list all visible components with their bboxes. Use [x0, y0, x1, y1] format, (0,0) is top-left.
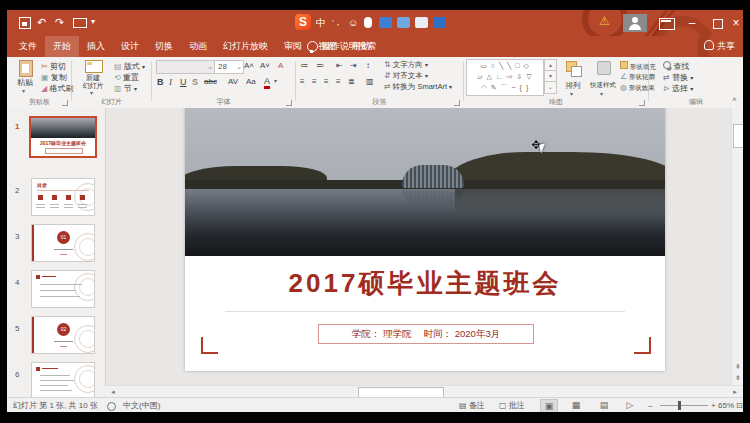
dialog-launcher-icon[interactable] [639, 100, 645, 106]
shrink-font-icon[interactable]: A˅ [260, 61, 270, 70]
italic-button[interactable]: I [169, 77, 172, 87]
user-avatar[interactable] [623, 14, 647, 32]
slide-thumbnail-4[interactable] [31, 270, 95, 308]
ime-keyboard-icon[interactable] [379, 17, 392, 28]
undo-icon[interactable]: ↶ [37, 15, 46, 29]
find-button[interactable]: 查找 [663, 61, 689, 72]
minimize-button[interactable]: – [679, 10, 705, 36]
dialog-launcher-icon[interactable] [62, 100, 68, 106]
restore-button[interactable] [705, 10, 731, 36]
select-button[interactable]: ⊳ 选择 ▾ [663, 83, 693, 94]
slide-thumbnail-5[interactable]: 02 [31, 316, 95, 354]
ime-emoji-icon[interactable]: ☺ [348, 16, 358, 30]
customize-qat-icon[interactable]: ▾ [91, 15, 95, 29]
ime-toolbox-icon[interactable] [433, 17, 446, 28]
font-size-combo[interactable]: 28⌄ [214, 60, 244, 74]
strikethrough-button[interactable]: abc [204, 77, 217, 86]
dialog-launcher-icon[interactable] [286, 100, 292, 106]
line-spacing-icon[interactable]: ↕ [366, 61, 370, 70]
slide-thumbnail-1[interactable]: 2017硕毕业主题班会 [29, 116, 97, 158]
convert-smartart-button[interactable]: ⇄ 转换为 SmartArt ▾ [384, 82, 452, 92]
tab-file[interactable]: 文件 [11, 36, 45, 57]
zoom-level[interactable]: 65% [718, 398, 734, 412]
fit-to-window-icon[interactable]: ⊡ [736, 398, 743, 412]
align-text-button[interactable]: ⇵ 对齐文本 ▾ [384, 71, 428, 81]
save-icon[interactable] [19, 17, 31, 29]
change-case-icon[interactable]: Aa [246, 77, 256, 86]
next-slide-icon[interactable]: ⇟ [732, 372, 743, 384]
accessibility-icon[interactable] [107, 402, 116, 411]
slide-thumbnail-2[interactable]: 目录 [31, 178, 95, 216]
slide-canvas[interactable]: 2017硕毕业主题班会 学院： 理学院 时间： 2020年3月 [185, 108, 665, 371]
justify-icon[interactable]: ≡ [336, 77, 341, 86]
text-shadow-button[interactable]: S [192, 77, 198, 87]
clear-formatting-icon[interactable]: A [278, 61, 283, 70]
scroll-down-icon[interactable] [732, 348, 743, 360]
normal-view-button[interactable]: ▣ [540, 399, 558, 412]
numbering-icon[interactable]: ≕ [316, 61, 324, 70]
zoom-slider-track[interactable] [660, 405, 708, 406]
dialog-launcher-icon[interactable] [454, 100, 460, 106]
slideshow-view-button[interactable]: ▷ [622, 399, 638, 412]
shapes-more-icon[interactable]: ⌄ [544, 81, 557, 94]
tab-transitions[interactable]: 切换 [147, 36, 181, 57]
share-button[interactable]: 共享 [704, 36, 735, 57]
bullets-icon[interactable]: ≔ [300, 61, 308, 70]
align-left-icon[interactable]: ≡ [300, 77, 305, 86]
slide-title[interactable]: 2017硕毕业主题班会 [185, 266, 665, 301]
horizontal-scrollbar[interactable]: ◂ ▸ [105, 385, 743, 397]
align-right-icon[interactable]: ≡ [324, 77, 329, 86]
slide-sorter-view-button[interactable]: ▦ [568, 399, 584, 412]
close-button[interactable]: × [729, 10, 743, 36]
tab-insert[interactable]: 插入 [79, 36, 113, 57]
slide-info-box[interactable]: 学院： 理学院 时间： 2020年3月 [318, 324, 534, 344]
layout-button[interactable]: ▤ 版式 ▾ [114, 61, 145, 72]
ime-skin-icon[interactable] [415, 17, 428, 28]
bold-button[interactable]: B [157, 77, 164, 87]
shapes-gallery[interactable]: ▭ ○ ╲ ╲ □ ◇ ▱ △ ∟ ⇨ ⇩ ▽ ◠ ✎ ⌒ ~ { } [466, 59, 544, 96]
notes-button[interactable]: ▤ 备注 [459, 398, 485, 412]
horizontal-scrollbar-thumb[interactable] [358, 387, 444, 397]
reading-view-button[interactable]: ▤ [596, 399, 612, 412]
align-center-icon[interactable]: ≡ [312, 77, 317, 86]
ime-person-icon[interactable] [397, 17, 410, 28]
vertical-scrollbar-thumb[interactable] [733, 124, 743, 148]
cut-button[interactable]: ✂ 剪切 [41, 61, 66, 72]
font-color-dropdown-icon[interactable]: ▾ [274, 77, 277, 84]
reset-button[interactable]: ⟲ 重置 [114, 72, 139, 83]
tab-home[interactable]: 开始 [45, 36, 79, 57]
scroll-up-icon[interactable] [732, 109, 743, 121]
ime-mic-icon[interactable] [364, 17, 372, 28]
distribute-icon[interactable]: ≣ [348, 77, 355, 86]
tab-review[interactable]: 审阅 [276, 36, 310, 57]
redo-icon[interactable]: ↷ [55, 15, 64, 29]
tab-design[interactable]: 设计 [113, 36, 147, 57]
language-indicator[interactable]: 中文(中国) [123, 398, 160, 412]
slide-thumbnail-6[interactable] [31, 362, 95, 397]
ime-punctuation-icon[interactable]: ’， [332, 16, 342, 30]
section-button[interactable]: ▥ 节 ▾ [114, 83, 137, 94]
underline-button[interactable]: U [180, 77, 187, 87]
font-name-combo[interactable]: ⌄ [156, 60, 215, 74]
tab-slideshow[interactable]: 幻灯片放映 [215, 36, 276, 57]
comments-button[interactable]: ▢ 批注 [499, 398, 525, 412]
slide-photo[interactable] [185, 108, 665, 256]
ime-chinese-icon[interactable]: 中 [316, 16, 326, 30]
columns-icon[interactable]: ▥ [366, 77, 374, 86]
font-color-icon[interactable]: A [264, 77, 270, 89]
sogou-ime-icon[interactable]: S [295, 14, 311, 30]
increase-indent-icon[interactable]: ⇥ [350, 61, 357, 70]
format-painter-button[interactable]: ◢ 格式刷 [41, 83, 73, 94]
zoom-slider-thumb[interactable] [678, 401, 681, 410]
start-slideshow-icon[interactable] [73, 18, 87, 28]
text-direction-button[interactable]: ⇅ 文字方向 ▾ [384, 60, 428, 70]
zoom-out-button[interactable]: – [648, 398, 652, 412]
tell-me-search[interactable]: 操作说明搜索 [322, 36, 376, 57]
character-spacing-icon[interactable]: AV [228, 77, 238, 86]
vertical-scrollbar[interactable]: ⇞ ⇟ [731, 108, 743, 385]
collapse-ribbon-icon[interactable]: ˄ [732, 95, 737, 104]
warning-icon[interactable]: ⚠ [599, 14, 610, 28]
decrease-indent-icon[interactable]: ⇤ [336, 61, 343, 70]
scroll-right-icon[interactable]: ▸ [729, 386, 741, 397]
grow-font-icon[interactable]: A˄ [244, 61, 254, 70]
